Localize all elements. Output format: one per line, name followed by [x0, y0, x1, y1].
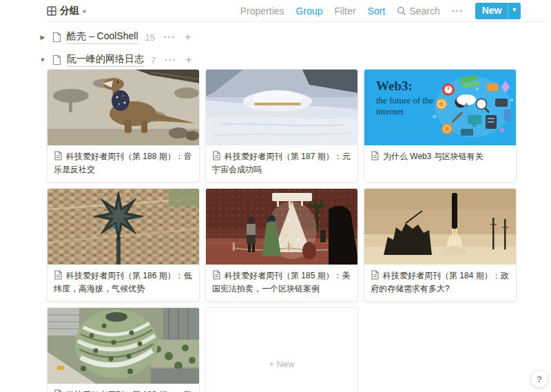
- card-title-text: 科技爱好者周刊（第 188 期）：音乐是反社交: [54, 152, 192, 174]
- search-label: Search: [409, 6, 439, 17]
- group-title[interactable]: 阮一峰的网络日志: [67, 53, 144, 67]
- card-title-text: 科技爱好者周刊（第 185 期）：美国宪法拍卖，一个区块链案例: [212, 271, 351, 293]
- search-button[interactable]: Search: [397, 6, 439, 17]
- view-switcher[interactable]: 分组 ▾: [47, 5, 86, 17]
- page-icon: [52, 54, 62, 65]
- toolbar: 分组 ▾ Properties Group Filter Sort Search…: [0, 0, 551, 23]
- page-icon: [54, 270, 63, 280]
- search-icon: [397, 6, 406, 16]
- gallery-card[interactable]: 科技爱好者周刊（第 184 期）：政府的存储需求有多大?: [364, 188, 517, 302]
- trex-museum-cover-image: [48, 70, 199, 145]
- snow-stadium-cover-image: [206, 70, 357, 145]
- page-icon: [212, 270, 221, 280]
- gallery-card[interactable]: 科技爱好者周刊（第 186 期）：低纬度，高海拔，气候优势: [47, 188, 200, 302]
- card-title: 科技爱好者周刊（第 183 期）：腾讯的员工退休福利: [48, 384, 199, 392]
- sort-button[interactable]: Sort: [368, 6, 386, 17]
- page-icon: [52, 32, 62, 43]
- card-title-text: 为什么 Web3 与区块链有关: [383, 152, 484, 161]
- rocket-launch-cover-image: [364, 189, 516, 265]
- help-button[interactable]: ?: [530, 370, 548, 388]
- web3-cover-text: Web3: the future of the internet: [376, 79, 439, 118]
- collapse-toggle-icon[interactable]: ▶: [39, 34, 47, 41]
- helix-building-cover-image: [48, 308, 199, 384]
- new-button-label[interactable]: New: [475, 3, 508, 19]
- table-view-icon: [47, 6, 56, 16]
- properties-button[interactable]: Properties: [240, 6, 284, 17]
- plaza-auction-cover-image: [206, 189, 357, 265]
- page-icon: [212, 151, 221, 161]
- group-add-button[interactable]: +: [185, 54, 191, 66]
- group-header-coolshell: ▶ 酷壳 – CoolShell 15 ··· +: [39, 30, 191, 44]
- group-title[interactable]: 酷壳 – CoolShell: [67, 30, 138, 44]
- card-title-text: 科技爱好者周刊（第 184 期）：政府的存储需求有多大?: [371, 271, 509, 293]
- gallery-card[interactable]: 科技爱好者周刊（第 188 期）：音乐是反社交: [47, 69, 200, 183]
- page-icon: [371, 270, 380, 280]
- page-icon: [54, 151, 63, 161]
- group-add-button[interactable]: +: [185, 31, 191, 43]
- expand-toggle-icon[interactable]: ▼: [39, 56, 47, 63]
- card-title: 科技爱好者周刊（第 184 期）：政府的存储需求有多大?: [364, 265, 516, 301]
- group-more-button[interactable]: ···: [165, 54, 176, 65]
- page-icon: [371, 151, 380, 161]
- group-count: 7: [151, 55, 156, 65]
- group-count: 15: [145, 32, 155, 43]
- new-dropdown-caret-icon[interactable]: ▾: [508, 3, 521, 19]
- card-title: 为什么 Web3 与区块链有关: [364, 145, 516, 169]
- web3-cover-heading: Web3:: [376, 79, 439, 94]
- group-header-ruanyifeng: ▼ 阮一峰的网络日志 7 ··· +: [39, 53, 192, 67]
- group-button[interactable]: Group: [296, 6, 323, 17]
- gallery-grid: 科技爱好者周刊（第 188 期）：音乐是反社交: [47, 69, 518, 392]
- card-title-text: 科技爱好者周刊（第 186 期）：低纬度，高海拔，气候优势: [54, 271, 192, 293]
- help-icon: ?: [537, 374, 542, 384]
- new-card-button[interactable]: + New: [205, 307, 358, 392]
- more-options-button[interactable]: ···: [452, 6, 464, 17]
- card-title: 科技爱好者周刊（第 188 期）：音乐是反社交: [48, 145, 199, 182]
- chevron-down-icon: ▾: [83, 8, 86, 15]
- new-button[interactable]: New ▾: [475, 3, 521, 19]
- web3-cover-subtitle: the future of the internet: [376, 95, 439, 118]
- card-title-text: 科技爱好者周刊（第 187 期）：元宇宙会成功吗: [212, 152, 351, 174]
- filter-button[interactable]: Filter: [335, 6, 356, 17]
- view-name: 分组: [60, 5, 79, 17]
- gallery-card[interactable]: 科技爱好者周刊（第 183 期）：腾讯的员工退休福利: [47, 307, 200, 392]
- card-title: 科技爱好者周刊（第 187 期）：元宇宙会成功吗: [206, 145, 357, 182]
- gallery-card[interactable]: 科技爱好者周刊（第 185 期）：美国宪法拍卖，一个区块链案例: [205, 188, 358, 302]
- city-star-cover-image: [48, 189, 199, 265]
- card-title: 科技爱好者周刊（第 185 期）：美国宪法拍卖，一个区块链案例: [206, 265, 357, 301]
- gallery-card[interactable]: 科技爱好者周刊（第 187 期）：元宇宙会成功吗: [205, 69, 358, 183]
- group-more-button[interactable]: ···: [164, 32, 176, 43]
- gallery-card[interactable]: Web3: the future of the internet 为什么 Web…: [364, 69, 517, 183]
- page-icon: [54, 389, 63, 392]
- card-title: 科技爱好者周刊（第 186 期）：低纬度，高海拔，气候优势: [48, 265, 199, 301]
- new-card-label: + New: [269, 359, 294, 369]
